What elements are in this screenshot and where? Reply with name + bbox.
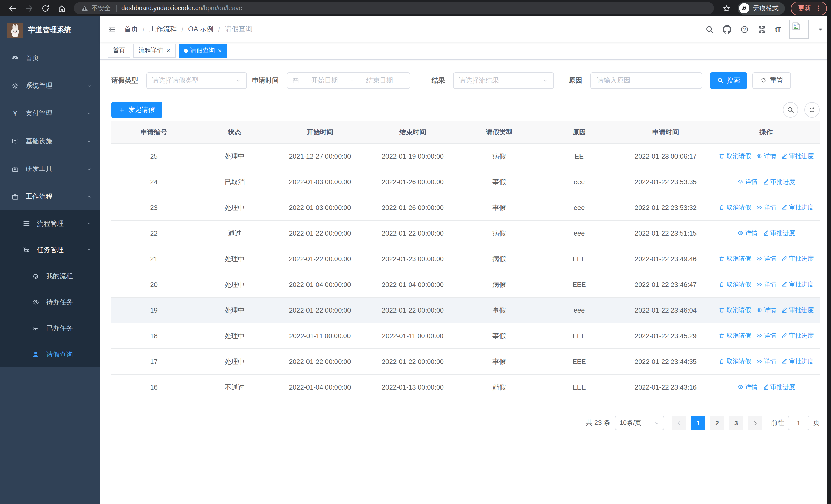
refresh-table-button[interactable] [804, 102, 820, 118]
tab-home[interactable]: 首页 [108, 43, 131, 58]
table-row: 24已取消2022-01-03 00:00:002022-01-26 00:00… [111, 169, 820, 195]
detail-link[interactable]: 详情 [738, 229, 757, 238]
page-scrollbar[interactable] [827, 0, 831, 504]
bookmark-star-button[interactable] [720, 2, 733, 14]
sidebar-item-task-mgmt[interactable]: 任务管理 [0, 237, 100, 263]
total-count: 共 23 条 [586, 418, 610, 427]
cancel-link[interactable]: 取消请假 [719, 255, 751, 263]
next-page-button[interactable] [748, 416, 762, 430]
detail-link[interactable]: 详情 [756, 331, 776, 340]
progress-link[interactable]: 审批进度 [781, 203, 814, 212]
cell-start: 2022-01-22 00:00:00 [273, 349, 367, 375]
help-button[interactable] [740, 25, 749, 34]
sidebar-item-my-process[interactable]: 我的流程 [0, 263, 100, 289]
progress-link[interactable]: 审批进度 [781, 255, 814, 263]
detail-link[interactable]: 详情 [756, 255, 776, 263]
header-search-button[interactable] [705, 25, 714, 34]
collapse-sidebar-button[interactable] [108, 25, 116, 34]
progress-link[interactable]: 审批进度 [763, 229, 795, 238]
progress-link[interactable]: 审批进度 [763, 178, 795, 186]
page-size-select[interactable]: 10条/页 [615, 416, 664, 430]
progress-link[interactable]: 审批进度 [781, 280, 814, 289]
cancel-link[interactable]: 取消请假 [719, 357, 751, 366]
browser-home-button[interactable] [55, 2, 68, 14]
detail-link[interactable]: 详情 [756, 203, 776, 212]
sidebar-item-dev-tools[interactable]: 研发工具 [0, 155, 100, 183]
leave-type-select[interactable]: 请选择请假类型 [146, 72, 247, 89]
progress-label: 审批进度 [789, 203, 814, 212]
sidebar-item-infrastructure[interactable]: 基础设施 [0, 127, 100, 155]
detail-link[interactable]: 详情 [756, 306, 776, 315]
app-logo[interactable]: 芋道管理系统 [0, 17, 100, 44]
detail-link[interactable]: 详情 [756, 152, 776, 161]
breadcrumb-separator: / [143, 25, 145, 33]
sidebar-item-done-tasks[interactable]: 已办任务 [0, 315, 100, 341]
cell-reason: EEE [540, 349, 619, 375]
tab-leave-query[interactable]: 请假查询× [178, 43, 227, 58]
sidebar-item-todo-tasks[interactable]: 待办任务 [0, 289, 100, 315]
pen-icon [781, 281, 787, 288]
page-button-3[interactable]: 3 [729, 416, 743, 430]
briefcase-icon [11, 193, 19, 200]
detail-link[interactable]: 详情 [756, 280, 776, 289]
sidebar-item-leave-query[interactable]: 请假查询 [0, 341, 100, 367]
cell-id: 20 [111, 272, 196, 297]
page-button-2[interactable]: 2 [710, 416, 724, 430]
chevron-up-icon [86, 247, 92, 253]
cancel-link[interactable]: 取消请假 [719, 280, 751, 289]
sidebar-item-home[interactable]: 首页 [0, 44, 100, 72]
prev-page-button[interactable] [672, 416, 686, 430]
table-column-header: 请假类型 [458, 121, 540, 144]
close-tab-icon[interactable]: × [166, 47, 170, 54]
detail-link[interactable]: 详情 [738, 383, 757, 392]
cell-actions: 取消请假详情审批进度 [713, 195, 820, 220]
sidebar-item-label: 基础设施 [26, 137, 52, 146]
browser-update-button[interactable]: 更新 [791, 1, 827, 15]
cell-status: 处理中 [196, 272, 273, 297]
detail-link[interactable]: 详情 [756, 357, 776, 366]
user-avatar[interactable] [790, 20, 809, 39]
close-tab-icon[interactable]: × [218, 47, 222, 54]
apply-time-range-picker[interactable]: 开始日期 - 结束日期 [287, 72, 410, 89]
progress-link[interactable]: 审批进度 [763, 383, 795, 392]
github-link[interactable] [723, 25, 732, 34]
update-label: 更新 [798, 4, 811, 12]
breadcrumb-item[interactable]: 工作流程 [149, 25, 177, 34]
sidebar-item-payment-mgmt[interactable]: 支付管理 [0, 99, 100, 127]
toggle-search-button[interactable] [783, 102, 798, 118]
browser-back-button[interactable] [6, 2, 19, 14]
progress-link[interactable]: 审批进度 [781, 357, 814, 366]
result-select[interactable]: 请选择流结果 [453, 72, 554, 89]
breadcrumb-item[interactable]: 首页 [124, 25, 138, 34]
breadcrumb-item[interactable]: OA 示例 [188, 25, 213, 34]
page-button-1[interactable]: 1 [691, 416, 705, 430]
cell-reason: eee [540, 297, 619, 323]
table-column-header: 申请时间 [619, 121, 713, 144]
browser-menu-dots-icon[interactable] [815, 5, 822, 12]
tab-process-detail[interactable]: 流程详情× [134, 43, 175, 58]
pen-icon [763, 230, 769, 236]
cancel-link[interactable]: 取消请假 [719, 203, 751, 212]
detail-link[interactable]: 详情 [738, 178, 757, 186]
sidebar-item-process-mgmt[interactable]: 流程管理 [0, 210, 100, 237]
cell-applied: 2022-01-22 23:51:15 [619, 220, 713, 246]
fullscreen-button[interactable] [757, 25, 766, 34]
search-button[interactable]: 搜索 [710, 72, 747, 89]
progress-link[interactable]: 审批进度 [781, 331, 814, 340]
cancel-link[interactable]: 取消请假 [719, 152, 751, 161]
progress-link[interactable]: 审批进度 [781, 306, 814, 315]
progress-link[interactable]: 审批进度 [781, 152, 814, 161]
sidebar-item-system-mgmt[interactable]: 系统管理 [0, 72, 100, 99]
font-size-button[interactable]: tT [775, 25, 781, 33]
sidebar-item-workflow[interactable]: 工作流程 [0, 183, 100, 210]
cancel-link[interactable]: 取消请假 [719, 331, 751, 340]
cancel-link[interactable]: 取消请假 [719, 306, 751, 315]
browser-reload-button[interactable] [39, 2, 51, 14]
user-menu-caret-icon[interactable] [818, 26, 823, 32]
browser-forward-button[interactable] [23, 2, 35, 14]
goto-page-input[interactable] [788, 416, 809, 430]
create-leave-button[interactable]: 发起请假 [111, 101, 162, 118]
reset-button[interactable]: 重置 [752, 72, 791, 89]
reason-input[interactable] [590, 72, 702, 89]
address-bar[interactable]: 不安全 dashboard.yudao.iocoder.cn /bpm/oa/l… [74, 2, 714, 14]
